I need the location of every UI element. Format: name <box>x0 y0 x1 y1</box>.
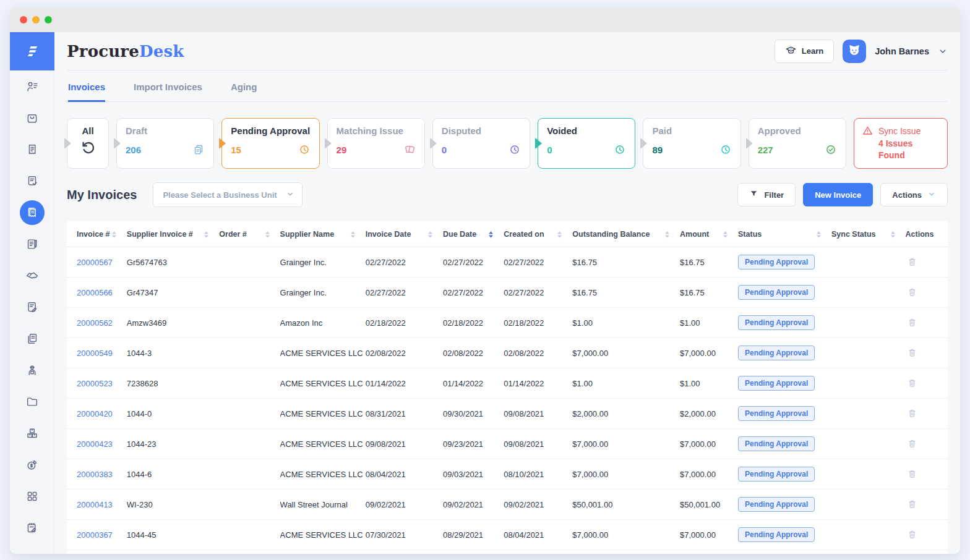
column-header-invoice-date[interactable]: Invoice Date <box>366 221 443 247</box>
column-header-status[interactable]: Status <box>738 221 831 247</box>
sidebar-item-receipt[interactable] <box>20 137 45 162</box>
invoice-number-link[interactable]: 20000523 <box>77 379 113 388</box>
learn-button[interactable]: Learn <box>775 40 834 63</box>
invoice-number-link[interactable]: 20000562 <box>77 318 113 328</box>
sort-icon[interactable] <box>427 231 433 239</box>
sidebar-item-users[interactable] <box>20 74 45 99</box>
sidebar-item-inventory-boxes[interactable] <box>20 421 45 446</box>
sort-icon[interactable] <box>890 231 896 239</box>
sort-icon[interactable] <box>265 231 270 239</box>
table-row: 20000567Gr5674763Grainger Inc.02/27/2022… <box>67 247 948 278</box>
sidebar-item-document-check[interactable] <box>20 169 45 193</box>
status-badge: Pending Approval <box>738 527 815 542</box>
user-menu-chevron-icon[interactable] <box>938 46 948 56</box>
outstanding-balance-cell: $50,001.00 <box>572 490 680 520</box>
invoice-number-link[interactable]: 20000420 <box>77 409 113 418</box>
column-header-sync-status[interactable]: Sync Status <box>831 221 906 247</box>
invoice-number-link[interactable]: 20000413 <box>77 500 113 509</box>
order-number-cell <box>219 338 280 368</box>
column-header-label: Due Date <box>443 230 476 239</box>
sort-icon[interactable] <box>723 231 728 239</box>
tab-aging[interactable]: Aging <box>231 82 257 102</box>
sidebar-logo[interactable] <box>10 32 54 70</box>
sidebar-item-handshake[interactable] <box>20 263 45 288</box>
filter-button[interactable]: Filter <box>737 183 796 206</box>
delete-invoice-button[interactable] <box>906 407 919 420</box>
delete-invoice-button[interactable] <box>906 528 919 541</box>
supplier-name-cell: ACME SERVICES LLC <box>280 399 366 429</box>
new-invoice-button[interactable]: New Invoice <box>803 183 873 206</box>
sort-icon[interactable] <box>350 231 356 239</box>
actions-button[interactable]: Actions <box>880 183 948 206</box>
status-card-paid[interactable]: Paid89 <box>643 118 740 169</box>
tab-import-invoices[interactable]: Import Invoices <box>134 82 202 102</box>
delete-invoice-button[interactable] <box>906 437 919 450</box>
sidebar-item-notepad-pen[interactable] <box>20 232 45 257</box>
delete-invoice-button[interactable] <box>906 316 919 329</box>
column-header-created-on[interactable]: Created on <box>504 221 572 247</box>
invoice-number-link[interactable]: 20000549 <box>77 349 113 358</box>
invoice-number-link[interactable]: 20000566 <box>77 288 113 297</box>
user-name[interactable]: John Barnes <box>875 46 929 56</box>
column-header-supplier-invoice[interactable]: Supplier Invoice # <box>127 221 220 247</box>
minimize-window-button[interactable] <box>32 16 40 23</box>
sidebar-item-budget[interactable] <box>20 452 45 477</box>
trash-icon <box>907 529 917 540</box>
status-badge: Pending Approval <box>738 315 815 330</box>
status-card-sync-issue[interactable]: Sync Issue4 IssuesFound <box>854 118 948 169</box>
delete-invoice-button[interactable] <box>906 286 919 299</box>
sort-icon[interactable] <box>664 231 670 239</box>
status-card-matching-issue[interactable]: Matching Issue29 <box>327 118 425 169</box>
delete-invoice-button[interactable] <box>906 498 919 511</box>
invoice-number-link[interactable]: 20000567 <box>77 258 113 267</box>
invoice-number-link[interactable]: 20000423 <box>77 439 113 449</box>
business-unit-select[interactable]: Please Select a Business Unit <box>153 182 302 207</box>
invoice-number-link[interactable]: 20000367 <box>77 530 113 540</box>
sidebar-item-shopping-bag[interactable] <box>20 106 45 130</box>
status-card-approved[interactable]: Approved227 <box>749 118 846 169</box>
invoice-number-link[interactable]: 20000383 <box>77 470 113 479</box>
outstanding-balance-cell: $7,000.00 <box>572 459 680 490</box>
delete-invoice-button[interactable] <box>906 467 919 480</box>
sidebar-item-notepad-edit[interactable] <box>20 515 45 540</box>
status-card-pending-approval[interactable]: Pending Approval15 <box>221 118 319 169</box>
column-header-due-date[interactable]: Due Date <box>443 221 504 247</box>
sort-icon[interactable] <box>488 231 494 239</box>
status-card-draft[interactable]: Draft206 <box>116 118 214 169</box>
status-badge: Pending Approval <box>738 467 815 482</box>
supplier-invoice-cell: 1044-3 <box>127 338 220 368</box>
column-header-outstanding-balance[interactable]: Outstanding Balance <box>572 221 680 247</box>
sort-icon[interactable] <box>204 231 209 239</box>
delete-invoice-button[interactable] <box>906 346 919 359</box>
tab-invoices[interactable]: Invoices <box>68 82 105 102</box>
check-circle-icon <box>825 143 837 156</box>
column-header-order[interactable]: Order # <box>219 221 280 247</box>
close-window-button[interactable] <box>20 16 27 23</box>
status-card-disputed[interactable]: Disputed0 <box>432 118 530 169</box>
sync-status-cell <box>831 278 906 308</box>
column-header-invoice[interactable]: Invoice # <box>67 221 127 247</box>
maximize-window-button[interactable] <box>45 16 52 23</box>
sidebar-item-document-edit[interactable] <box>20 295 45 320</box>
sidebar-item-folder[interactable] <box>20 389 45 414</box>
column-header-amount[interactable]: Amount <box>680 221 738 247</box>
app-window: ProcureDesk Learn John Barnes InvoicesIm… <box>10 7 960 554</box>
invoices-toolbar: My Invoices Please Select a Business Uni… <box>67 182 948 207</box>
delete-invoice-button[interactable] <box>906 255 919 268</box>
user-avatar[interactable] <box>843 40 866 63</box>
sort-icon[interactable] <box>816 231 822 239</box>
status-card-voided[interactable]: Voided0 <box>538 118 635 169</box>
sidebar-item-copy-documents[interactable] <box>20 326 45 351</box>
sidebar-item-apps-grid[interactable] <box>20 484 45 509</box>
status-card-all[interactable]: All <box>67 118 109 169</box>
sidebar-item-invoices[interactable] <box>20 200 45 225</box>
column-header-supplier-name[interactable]: Supplier Name <box>280 221 366 247</box>
created-on-cell: 09/08/2021 <box>504 429 572 459</box>
sidebar-item-delivery-person[interactable] <box>20 358 45 383</box>
new-invoice-button-label: New Invoice <box>815 190 861 200</box>
amount-cell: $16.75 <box>680 278 738 308</box>
trash-icon <box>907 347 917 358</box>
sort-icon[interactable] <box>557 231 562 239</box>
delete-invoice-button[interactable] <box>906 376 919 389</box>
sort-icon[interactable] <box>111 231 117 239</box>
